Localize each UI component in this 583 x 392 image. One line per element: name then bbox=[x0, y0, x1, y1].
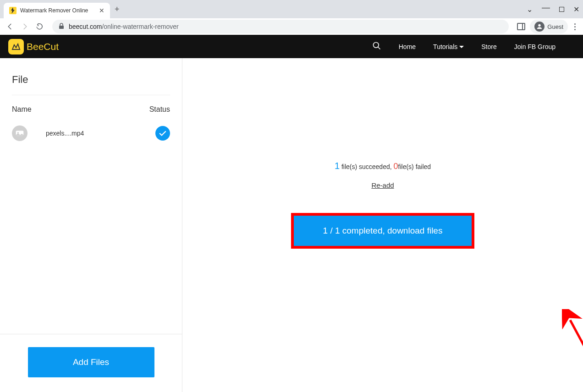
main-layout: File Name Status pexels....mp4 Add Files… bbox=[0, 58, 583, 392]
url-text: beecut.com/online-watermark-remover bbox=[69, 23, 179, 30]
nav-join-group[interactable]: Join FB Group bbox=[514, 43, 556, 50]
site-header: BeeCut Home Tutorials Store Join FB Grou… bbox=[0, 35, 583, 58]
avatar-icon bbox=[534, 22, 544, 32]
succeeded-text: file(s) succeeded, bbox=[340, 163, 394, 170]
file-name: pexels....mp4 bbox=[46, 130, 137, 137]
download-highlight: 1 / 1 completed, download files bbox=[291, 213, 474, 249]
url-bar[interactable]: beecut.com/online-watermark-remover bbox=[52, 20, 509, 33]
add-files-button[interactable]: Add Files bbox=[28, 347, 154, 377]
file-row[interactable]: pexels....mp4 bbox=[0, 122, 182, 145]
close-icon[interactable]: ✕ bbox=[99, 7, 104, 14]
menu-icon[interactable] bbox=[572, 22, 578, 32]
failed-count: 0 bbox=[394, 162, 398, 171]
annotation-arrow bbox=[562, 309, 583, 392]
logo-text: BeeCut bbox=[27, 41, 59, 52]
maximize-icon[interactable] bbox=[559, 7, 564, 12]
svg-rect-0 bbox=[59, 26, 64, 29]
tab-title: Watermark Remover Online bbox=[20, 7, 95, 14]
check-icon bbox=[155, 126, 170, 141]
chevron-down-icon[interactable]: ⌄ bbox=[527, 5, 533, 14]
svg-line-7 bbox=[570, 320, 583, 392]
succeeded-count: 1 bbox=[335, 161, 340, 171]
logo[interactable]: BeeCut bbox=[8, 39, 59, 54]
window-controls: ⌄ — ✕ bbox=[527, 0, 579, 18]
status-line: 1 file(s) succeeded, 0file(s) failed bbox=[335, 161, 431, 171]
logo-icon bbox=[8, 39, 24, 54]
file-type-icon bbox=[12, 125, 28, 141]
minimize-icon[interactable]: — bbox=[542, 3, 550, 12]
browser-tab[interactable]: Watermark Remover Online ✕ bbox=[4, 3, 110, 18]
close-window-icon[interactable]: ✕ bbox=[573, 5, 579, 14]
forward-icon bbox=[20, 22, 29, 31]
favicon-icon bbox=[9, 7, 16, 14]
nav-home[interactable]: Home bbox=[399, 43, 416, 50]
main-panel: 1 file(s) succeeded, 0file(s) failed Re-… bbox=[182, 58, 583, 392]
nav-store[interactable]: Store bbox=[481, 43, 496, 50]
nav-tutorials-label: Tutorials bbox=[433, 43, 457, 50]
new-tab-icon[interactable]: + bbox=[115, 5, 120, 14]
panel-icon[interactable] bbox=[517, 23, 525, 30]
guest-label: Guest bbox=[547, 23, 563, 30]
svg-line-3 bbox=[378, 47, 380, 49]
browser-chrome: Watermark Remover Online ✕ + ⌄ — ✕ beecu… bbox=[0, 0, 583, 35]
svg-point-1 bbox=[539, 24, 541, 27]
chevron-down-icon bbox=[459, 46, 464, 48]
readd-link[interactable]: Re-add bbox=[371, 181, 394, 189]
lock-icon bbox=[59, 23, 64, 31]
reload-icon[interactable] bbox=[35, 22, 44, 31]
col-name: Name bbox=[12, 105, 32, 114]
address-bar: beecut.com/online-watermark-remover Gues… bbox=[0, 18, 583, 35]
svg-point-2 bbox=[373, 42, 379, 48]
sidebar: File Name Status pexels....mp4 Add Files bbox=[0, 58, 182, 392]
col-status: Status bbox=[149, 105, 170, 114]
failed-text: file(s) failed bbox=[398, 163, 431, 170]
search-icon[interactable] bbox=[372, 41, 381, 52]
sidebar-heading: File bbox=[12, 74, 182, 86]
file-list-header: Name Status bbox=[0, 95, 182, 122]
header-nav: Home Tutorials Store Join FB Group bbox=[372, 41, 556, 52]
address-right: Guest bbox=[517, 20, 578, 33]
sidebar-footer: Add Files bbox=[0, 334, 182, 392]
back-icon[interactable] bbox=[6, 22, 15, 31]
download-button[interactable]: 1 / 1 completed, download files bbox=[294, 216, 472, 246]
tab-bar: Watermark Remover Online ✕ + ⌄ — ✕ bbox=[0, 0, 583, 18]
profile-chip[interactable]: Guest bbox=[530, 20, 568, 33]
nav-tutorials[interactable]: Tutorials bbox=[433, 43, 464, 50]
